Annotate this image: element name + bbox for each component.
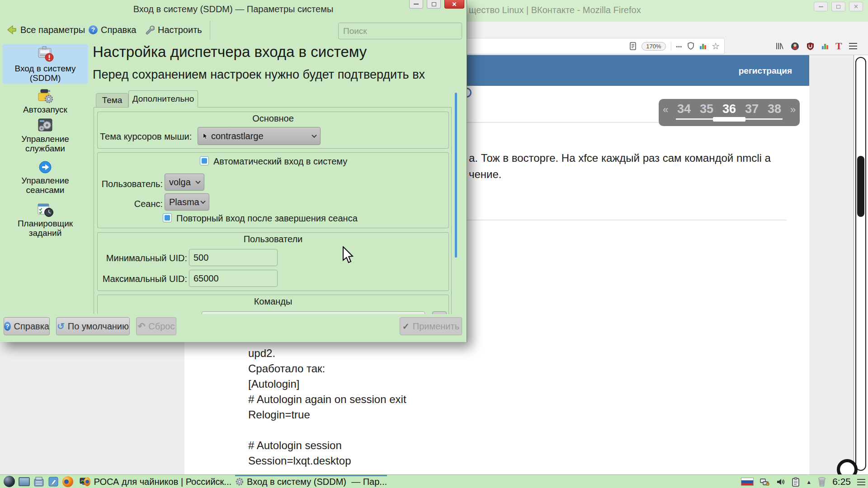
maximize-button[interactable] — [427, 0, 441, 9]
user-dropdown[interactable]: volga — [165, 174, 204, 191]
services-icon — [2, 117, 88, 133]
network-icon[interactable] — [760, 478, 770, 486]
russian-flag-icon[interactable] — [741, 478, 754, 486]
clock[interactable]: 6:25 — [832, 476, 851, 487]
bookmark-star-icon[interactable] — [712, 41, 720, 52]
pagination-page-34[interactable]: 34 — [676, 102, 692, 116]
all-settings-button[interactable]: Все параметры — [6, 20, 85, 40]
cursor-theme-dropdown[interactable]: contrastlarge — [198, 127, 321, 145]
apply-button[interactable]: Применить — [400, 317, 462, 335]
cursor-arrow-icon — [202, 132, 208, 140]
trash-icon[interactable] — [818, 477, 826, 487]
checkbox-checked-mark — [202, 158, 207, 164]
help-button[interactable]: Справка — [89, 20, 136, 40]
firefox-maximize-button[interactable] — [831, 2, 845, 11]
url-bar[interactable]: 170% — [452, 38, 725, 54]
defaults-button[interactable]: По умолчанию — [56, 317, 130, 335]
file-manager-launcher[interactable] — [33, 476, 44, 487]
user-value: volga — [169, 177, 191, 188]
sidebar-item-label: Автозапуск — [23, 105, 67, 114]
firefox-minimize-button[interactable] — [814, 2, 828, 11]
search-input[interactable] — [338, 23, 462, 39]
sidebar-item-services[interactable]: Управление службами — [2, 117, 88, 153]
pagination-next[interactable]: » — [789, 104, 797, 116]
chevron-down-icon — [311, 133, 316, 138]
task-button-firefox[interactable]: РОСА для чайников | Российск... — [84, 475, 231, 488]
sidebar-item-task-scheduler[interactable]: Планировщик заданий — [2, 201, 88, 237]
maximize-icon — [836, 5, 840, 9]
close-button[interactable] — [444, 0, 464, 9]
wrench-icon — [145, 25, 155, 35]
extension-colorful-icon-2[interactable] — [821, 42, 829, 50]
account-avatar-icon[interactable] — [791, 42, 799, 51]
app-menu-button[interactable] — [4, 476, 15, 487]
zoom-level-badge[interactable]: 170% — [642, 42, 665, 51]
menu-hamburger-icon[interactable] — [849, 43, 857, 44]
page-actions-icon[interactable] — [676, 42, 683, 50]
config-line: Session=lxqt.desktop — [248, 455, 406, 470]
pagination-page-36-current[interactable]: 36 — [721, 102, 737, 116]
post-divider — [467, 220, 787, 221]
firefox-icon — [84, 477, 90, 486]
sidebar-item-autostart[interactable]: Автозапуск — [2, 87, 88, 115]
relogin-checkbox[interactable] — [163, 213, 172, 222]
taskbar: РОСА для чайников | Российск... Вход в с… — [0, 474, 868, 488]
dialog-button-row: Справка По умолчанию Сброс Применить — [0, 314, 467, 342]
show-desktop-button[interactable] — [19, 477, 30, 486]
sidebar-item-login-sddm[interactable]: Вход в систему (SDDM) — [2, 44, 88, 84]
task-button-sddm-settings[interactable]: Вход в систему (SDDM) — Пар... — [235, 475, 387, 488]
max-uid-input[interactable] — [189, 270, 278, 287]
urlbar-separator — [671, 42, 671, 51]
group-general: Основное Тема курсоров мыши: contrastlar… — [97, 112, 449, 149]
volume-icon[interactable] — [776, 477, 785, 486]
post-text-line: а. Тож в восторге. На xfce каждый раз са… — [469, 152, 771, 164]
extension-colorful-icon[interactable] — [699, 42, 707, 50]
session-dropdown[interactable]: Plasma — [165, 193, 209, 211]
firefox-window-title: щество Linux | ВКонтакте - Mozilla Firef… — [469, 5, 641, 15]
autologin-checkbox[interactable] — [200, 156, 209, 165]
configure-button[interactable]: Настроить — [145, 20, 202, 40]
extension-T-icon[interactable] — [835, 40, 842, 52]
clipboard-icon[interactable] — [792, 477, 800, 487]
page-subtitle: Перед сохранением настроек нужно будет п… — [93, 68, 467, 82]
settings-scrollbar-thumb[interactable] — [455, 93, 457, 258]
pagination-page-37[interactable]: 37 — [744, 102, 760, 116]
tracking-shield-icon[interactable] — [687, 42, 694, 50]
task-label: Вход в систему (SDDM) — Пар... — [247, 477, 387, 487]
up-arrow-icon[interactable] — [806, 478, 811, 486]
autostart-icon — [2, 88, 88, 103]
post-config-text: upd2. Сработало так: [Autologin] # Autol… — [248, 347, 406, 470]
tab-advanced[interactable]: Дополнительно — [128, 90, 198, 108]
reader-mode-icon[interactable] — [629, 42, 637, 50]
config-line: Сработало так: — [248, 362, 406, 378]
firefox-close-button[interactable] — [849, 2, 863, 11]
pagination-prev[interactable]: « — [661, 104, 670, 116]
reset-button[interactable]: Сброс — [136, 317, 176, 335]
mouse-cursor — [342, 246, 358, 265]
help-icon — [89, 25, 98, 34]
library-icon[interactable] — [776, 42, 784, 50]
task-label: РОСА для чайников | Российск... — [94, 477, 231, 487]
cursor-theme-value: contrastlarge — [211, 131, 264, 141]
footer-help-button[interactable]: Справка — [4, 317, 50, 335]
min-uid-input[interactable] — [189, 249, 278, 266]
sidebar-item-sessions[interactable]: Управление сеансами — [2, 159, 88, 195]
config-line: # Autologin session — [248, 439, 406, 455]
vk-registration-link[interactable]: регистрация — [739, 66, 792, 76]
pagination-page-38[interactable]: 38 — [766, 102, 783, 116]
firefox-scrollbar[interactable] — [854, 55, 868, 474]
chevron-down-icon — [200, 199, 205, 204]
page-background-right — [809, 55, 854, 474]
system-settings-window: Вход в систему (SDDM) — Параметры систем… — [0, 0, 467, 342]
panel-menu-icon[interactable] — [857, 479, 865, 480]
ublock-origin-icon[interactable] — [806, 42, 815, 51]
firefox-launcher[interactable] — [62, 476, 73, 487]
help-icon — [4, 322, 11, 331]
text-editor-launcher[interactable] — [48, 476, 59, 487]
scrollbar-thumb[interactable] — [857, 156, 864, 217]
tab-theme[interactable]: Тема — [96, 93, 128, 108]
toolbar-separator — [210, 21, 210, 40]
defaults-label: По умолчанию — [68, 321, 129, 332]
pagination-page-35[interactable]: 35 — [698, 102, 715, 116]
minimize-button[interactable] — [409, 0, 423, 9]
